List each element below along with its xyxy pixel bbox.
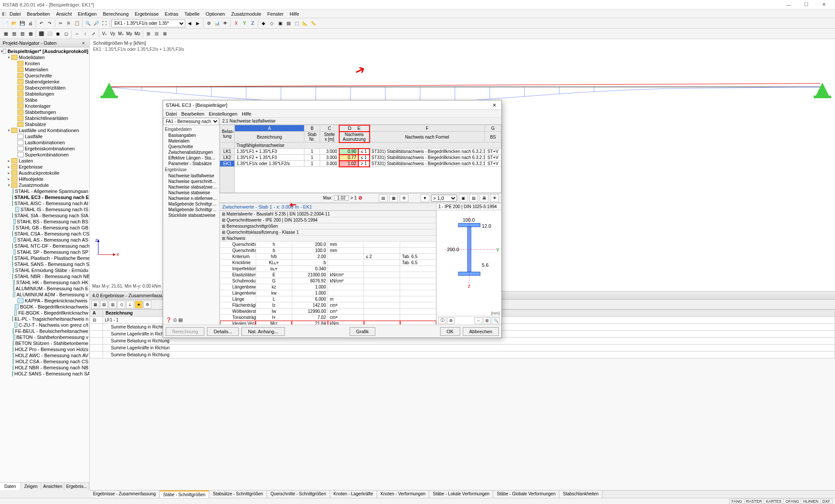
- tree-node[interactable]: Stabsätze: [0, 121, 89, 127]
- detail-panel[interactable]: Zwischenwerte - Stab 1 - x: 3.000 m - EK…: [220, 203, 436, 325]
- grafik-button[interactable]: Grafik: [350, 327, 375, 336]
- btab-6[interactable]: Stäbe - Lokale Verformungen: [429, 491, 493, 498]
- tree-node[interactable]: Materialien: [0, 66, 89, 73]
- tree-node[interactable]: STAHL Ermüdung Stäbe - Ermüdu: [0, 267, 89, 273]
- tree-node[interactable]: STAHL GB - Bemessung nach GB: [0, 225, 89, 231]
- tree-node[interactable]: ▾Zusatzmodule: [0, 182, 89, 188]
- tb2-c[interactable]: ▨: [18, 30, 26, 38]
- menu-ergebnisse[interactable]: Ergebnisse: [132, 10, 161, 17]
- tree-node[interactable]: STAHL Plastisch - Plastische Beme: [0, 255, 89, 261]
- tree-node[interactable]: STAHL HK - Bemessung nach HK: [0, 279, 89, 285]
- dlg-ib2[interactable]: ⎙: [174, 317, 177, 323]
- tb2-o[interactable]: My: [125, 30, 133, 38]
- maxbar-b4[interactable]: ▣: [459, 194, 468, 202]
- tree-node[interactable]: C-ZU-T - Nachweis von grenz c/t: [0, 322, 89, 328]
- dlg-menu-hilfe[interactable]: Hilfe: [242, 111, 251, 116]
- tb2-h[interactable]: ◻: [62, 30, 70, 38]
- menu-datei[interactable]: Datei: [7, 10, 23, 17]
- calc-button[interactable]: Berechnung: [166, 327, 204, 336]
- dialog-close-icon[interactable]: ×: [490, 102, 499, 109]
- btab-0[interactable]: Ergebnisse - Zusammenfassung: [90, 491, 160, 498]
- tree-node[interactable]: STAHL AISC - Bemessung nach AI: [0, 200, 89, 206]
- rp-tb7[interactable]: ⚙: [144, 301, 151, 308]
- tree-node[interactable]: ▾Modelldaten: [0, 54, 89, 60]
- tb-print-icon[interactable]: 🖨: [27, 20, 34, 27]
- tb-redo-icon[interactable]: ↷: [46, 20, 53, 27]
- tb-search-icon[interactable]: 🔍: [84, 20, 92, 27]
- details-button[interactable]: Details...: [207, 327, 239, 336]
- tb-misc4-icon[interactable]: ▤: [284, 20, 292, 27]
- dlg-left-item[interactable]: Zwischenabstützungen: [163, 149, 219, 155]
- menu-fenster[interactable]: Fenster: [265, 10, 286, 17]
- dialog-titlebar[interactable]: STAHL EC3 - [Beispielträger] ×: [163, 100, 501, 110]
- rp-tb3[interactable]: ▥: [109, 301, 117, 308]
- tb2-n[interactable]: Mₓ: [117, 30, 125, 38]
- maxbar-b7[interactable]: 👁: [490, 194, 499, 202]
- tree-node[interactable]: STAHL NTC-DF - Bemessung nach: [0, 243, 89, 249]
- tb2-j[interactable]: ↕: [81, 30, 89, 38]
- tree-node[interactable]: HOLZ NBR - Bemessung nach NB: [0, 365, 89, 371]
- tree-node[interactable]: STAHL CSA - Bemessung nach CS: [0, 231, 89, 237]
- tb-misc1-icon[interactable]: ◆: [260, 20, 267, 27]
- tree-node[interactable]: STAHL - Allgemeine Spannungsan: [0, 188, 89, 194]
- rp-tb1[interactable]: ▦: [91, 301, 99, 308]
- tb2-a[interactable]: ▦: [2, 30, 10, 38]
- results-grid[interactable]: Belas- tung A B C D E F G Bezeichnung St…: [220, 125, 501, 193]
- pv-calc-icon[interactable]: ⚙: [447, 317, 455, 324]
- navigator-tree[interactable]: ▾Beispielträger* [Ausdruckprotokoll]▾Mod…: [0, 47, 89, 482]
- btab-8[interactable]: Stabschlankheiten: [559, 491, 602, 498]
- nav-tab-ansichten[interactable]: Ansichten: [41, 483, 64, 490]
- tb-cut-icon[interactable]: ✂: [57, 20, 64, 27]
- tb-x-icon[interactable]: X: [232, 20, 240, 27]
- tb2-g[interactable]: ◼: [54, 30, 62, 38]
- tree-node[interactable]: HOLZ SANS - Bemessung nach SA: [0, 371, 89, 377]
- tb-z-icon[interactable]: Z: [249, 20, 257, 27]
- tb-save-icon[interactable]: 💾: [18, 20, 26, 27]
- tb-new-icon[interactable]: 📄: [2, 20, 10, 27]
- tree-node[interactable]: ▸Ausdruckprotokolle: [0, 170, 89, 176]
- tree-node[interactable]: ▸Ergebnisse: [0, 164, 89, 170]
- maximize-button[interactable]: ☐: [798, 0, 815, 9]
- maxbar-btn1[interactable]: ▤: [379, 194, 387, 202]
- tb2-e[interactable]: ⬛: [37, 30, 45, 38]
- tree-node[interactable]: STAHL SIA - Bemessung nach SIA: [0, 212, 89, 219]
- navigator-close-icon[interactable]: ×: [80, 40, 87, 46]
- tree-node[interactable]: ▸Hilfsobjekte: [0, 176, 89, 182]
- maxbar-b5[interactable]: ▤: [469, 194, 478, 202]
- maxbar-b6[interactable]: 🖶: [480, 194, 488, 202]
- sb-ofang[interactable]: OFANG: [783, 499, 802, 504]
- tb-next-icon[interactable]: ▶: [194, 20, 202, 27]
- fa-combo[interactable]: FA1 - Bemessung nach Eurocod: [163, 118, 219, 125]
- tree-node[interactable]: Ergebniskombinationen: [0, 146, 89, 152]
- tree-node[interactable]: EL-PL - Tragsicherheitsnachweis n: [0, 316, 89, 322]
- tree-node[interactable]: HOLZ Pro - Bemessung von Holzs: [0, 346, 89, 352]
- btab-1[interactable]: Stäbe - Schnittgrößen: [160, 491, 209, 498]
- tb-misc7-icon[interactable]: 📏: [309, 20, 317, 27]
- tb-results-icon[interactable]: 📊: [213, 20, 221, 27]
- tb-fit-icon[interactable]: ⛶: [100, 20, 108, 27]
- tree-node[interactable]: HOLZ CSA - Bemessung nach CS: [0, 358, 89, 365]
- tree-node[interactable]: FE-BEUL - Beulsicherheitsnachwe: [0, 328, 89, 334]
- dlg-left-item[interactable]: Basisangaben: [163, 133, 219, 138]
- tree-node[interactable]: Stäbe: [0, 97, 89, 103]
- dlg-left-item[interactable]: Maßgebende Schnittgrößen sta: [163, 207, 219, 212]
- pv-b5[interactable]: 🔍: [492, 317, 500, 324]
- sb-fang[interactable]: FANG: [729, 499, 745, 504]
- tree-node[interactable]: Knoten: [0, 60, 89, 66]
- dlg-left-item[interactable]: Maßgebende Schnittgrößen sta: [163, 201, 219, 207]
- tree-node[interactable]: STAHL SP - Bemessung nach SP: [0, 249, 89, 255]
- minimize-button[interactable]: —: [780, 0, 798, 9]
- tb2-f[interactable]: ⬜: [46, 30, 53, 38]
- dlg-left-item[interactable]: Nachweise stabweise: [163, 190, 219, 196]
- btab-5[interactable]: Knoten - Verformungen: [377, 491, 429, 498]
- tb2-b[interactable]: ▧: [10, 30, 18, 38]
- tb-misc2-icon[interactable]: ◇: [268, 20, 276, 27]
- menu-zusatzmodule[interactable]: Zusatzmodule: [229, 10, 264, 17]
- tb2-l[interactable]: Vₓ: [100, 30, 108, 38]
- maxbar-btn3[interactable]: ⚙: [400, 194, 408, 202]
- tb-misc6-icon[interactable]: 📐: [301, 20, 309, 27]
- cancel-button[interactable]: Abbrechen: [463, 327, 499, 336]
- tree-node[interactable]: Stabbettungen: [0, 109, 89, 115]
- tree-node[interactable]: ALUMINIUM ADM - Bemessung v: [0, 292, 89, 298]
- tree-node[interactable]: Stabexzentrizitäten: [0, 85, 89, 91]
